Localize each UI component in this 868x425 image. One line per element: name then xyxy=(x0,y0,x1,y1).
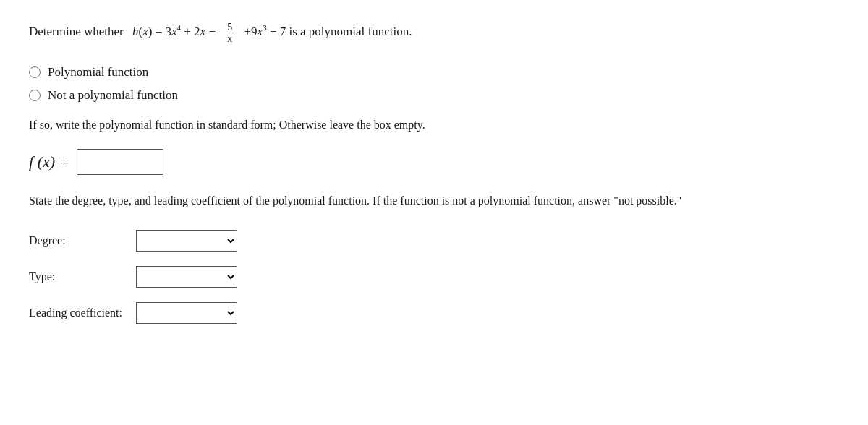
leading-coeff-select[interactable]: not possible 1 2 3 4 5 xyxy=(136,302,237,324)
radio-option-polynomial[interactable]: Polynomial function xyxy=(29,65,839,80)
instruction-text: If so, write the polynomial function in … xyxy=(29,119,839,132)
type-label: Type: xyxy=(29,270,130,283)
radio-not-polynomial[interactable] xyxy=(29,90,41,101)
problem-container: Determine whether h(x) = 3x4 + 2x − 5 x … xyxy=(29,22,839,324)
degree-select[interactable]: not possible 1 2 3 4 5 xyxy=(136,230,237,252)
function-suffix: +9x3 − 7 is a polynomial function. xyxy=(244,22,412,41)
problem-statement: Determine whether h(x) = 3x4 + 2x − 5 x … xyxy=(29,22,839,45)
radio-group: Polynomial function Not a polynomial fun… xyxy=(29,65,839,103)
fx-input[interactable] xyxy=(77,149,163,175)
fraction-numerator: 5 xyxy=(226,22,234,33)
fraction-denominator: x xyxy=(226,33,234,44)
leading-coeff-row: Leading coefficient: not possible 1 2 3 … xyxy=(29,302,839,324)
radio-not-polynomial-label: Not a polynomial function xyxy=(48,88,178,103)
radio-polynomial-label: Polynomial function xyxy=(48,65,148,80)
problem-prefix: Determine whether xyxy=(29,22,124,41)
fx-row: f (x) = xyxy=(29,149,839,175)
leading-coeff-label: Leading coefficient: xyxy=(29,306,130,319)
fx-label: f (x) = xyxy=(29,153,69,171)
radio-polynomial[interactable] xyxy=(29,66,41,78)
type-select[interactable]: not possible linear quadratic cubic quar… xyxy=(136,266,237,288)
radio-option-not-polynomial[interactable]: Not a polynomial function xyxy=(29,88,839,103)
degree-label: Degree: xyxy=(29,234,130,247)
function-notation: h(x) = 3x4 + 2x − xyxy=(132,22,216,41)
type-row: Type: not possible linear quadratic cubi… xyxy=(29,266,839,288)
state-instruction: State the degree, type, and leading coef… xyxy=(29,192,839,210)
degree-row: Degree: not possible 1 2 3 4 5 xyxy=(29,230,839,252)
fraction: 5 x xyxy=(226,22,234,45)
